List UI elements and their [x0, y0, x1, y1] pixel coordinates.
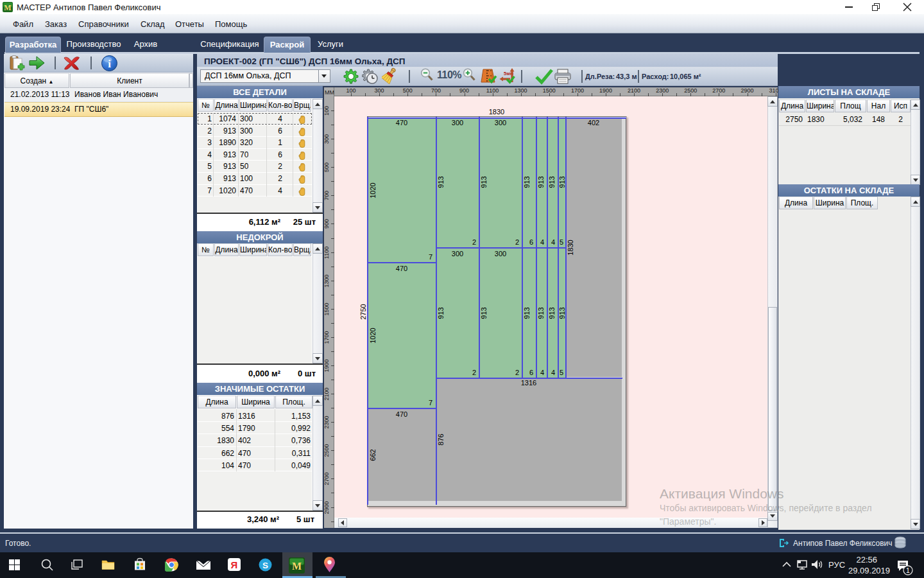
svg-text:1: 1: [906, 566, 910, 574]
svg-text:S: S: [262, 561, 268, 570]
svg-text:Я: Я: [231, 559, 238, 570]
svg-text:i: i: [108, 58, 111, 70]
svg-text:M: M: [4, 3, 11, 12]
svg-text:M: M: [292, 561, 302, 572]
